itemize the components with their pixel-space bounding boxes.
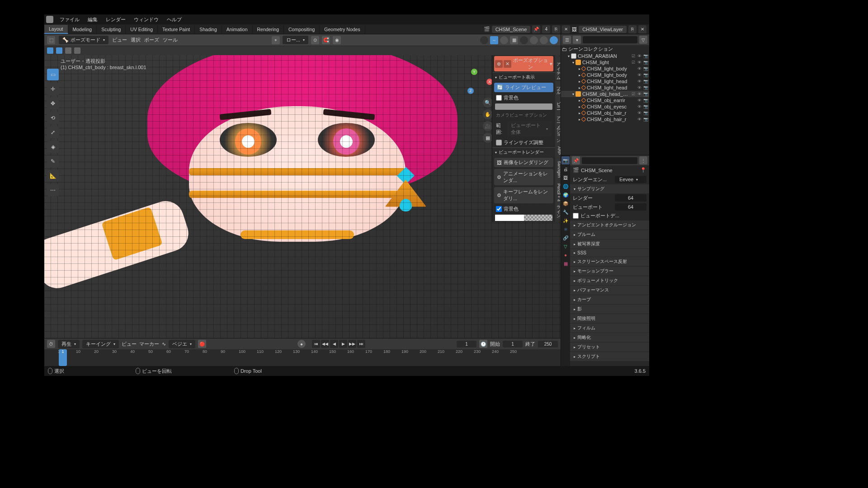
tool-cursor[interactable]: ✛: [47, 83, 59, 95]
new-scene-icon[interactable]: ⎘: [552, 25, 560, 33]
outliner-search[interactable]: [583, 36, 637, 43]
viewport-3d[interactable]: ユーザー・透視投影 (1) CHSM_ctrl_body : breast_sk…: [44, 55, 561, 338]
delete-viewlayer-icon[interactable]: ✕: [638, 25, 646, 33]
ptab-data[interactable]: ▽: [561, 242, 570, 250]
ntab-sanzigen[interactable]: Sanzigen: [555, 158, 561, 181]
ptab-particle[interactable]: ✨: [561, 216, 570, 225]
menu-window[interactable]: ウィンドウ: [130, 15, 162, 24]
ntab-pencil[interactable]: Pencil + 4 ライン: [555, 181, 561, 219]
props-section[interactable]: スクリーンスペース反射: [570, 257, 649, 266]
range-dropdown[interactable]: ビューポート全体: [507, 121, 552, 136]
ptab-render[interactable]: 📷: [561, 156, 570, 164]
panel-viewport-render[interactable]: ビューポートレンダー: [492, 147, 555, 157]
tab-compositing[interactable]: Compositing: [284, 25, 320, 33]
editor-type-icon[interactable]: ⬚: [47, 36, 55, 44]
props-section[interactable]: 影: [570, 305, 649, 314]
render-samples-field[interactable]: 64: [615, 194, 646, 202]
timeline-ruler[interactable]: 1 11020304050607080901001101201301401501…: [44, 349, 561, 366]
clock-icon[interactable]: 🕐: [479, 340, 487, 348]
outliner-row[interactable]: ▸CHSM_obj_hair_r👁📷: [561, 110, 649, 116]
tl-view[interactable]: ビュー: [122, 341, 137, 347]
select-extra-chip[interactable]: [74, 47, 80, 54]
ntab-tool[interactable]: ツール: [555, 81, 561, 95]
outliner-editor-icon[interactable]: ☰: [563, 36, 571, 44]
outliner-filter-icon[interactable]: ▽: [639, 36, 647, 44]
outliner-row[interactable]: ▸CHSM_obj_eyesc👁📷: [561, 103, 649, 110]
props-section[interactable]: ブルーム: [570, 230, 649, 239]
tab-geonodes[interactable]: Geometry Nodes: [320, 25, 365, 33]
bgcolor-checkbox[interactable]: [496, 95, 502, 101]
outliner-row[interactable]: ▸CHSM_light_head👁📷: [561, 78, 649, 84]
props-section[interactable]: プリセット: [570, 343, 649, 352]
render-keyframe-button[interactable]: ⚙キーフレームをレンダリ...: [494, 187, 553, 203]
ntab-arp[interactable]: ARP: [555, 144, 561, 158]
tab-modeling[interactable]: Modeling: [68, 25, 97, 33]
tool-extra[interactable]: ⋯: [47, 184, 59, 196]
tl-marker[interactable]: マーカー: [139, 341, 159, 347]
outliner-row[interactable]: ▸CHSM_light_body👁📷: [561, 66, 649, 72]
props-section[interactable]: SSS: [570, 249, 649, 257]
select-circle-chip[interactable]: [65, 47, 71, 54]
props-section[interactable]: ボリューメトリック: [570, 276, 649, 285]
panel-viewport-display[interactable]: ビューポート表示: [492, 72, 555, 82]
axis-y-icon[interactable]: Y: [471, 69, 477, 75]
pin-icon[interactable]: 📌: [532, 25, 540, 33]
tab-texpaint[interactable]: Texture Paint: [158, 25, 195, 33]
ptab-object[interactable]: 📦: [561, 199, 570, 207]
tl-playback[interactable]: 再生: [58, 340, 80, 348]
outliner-row[interactable]: ▾CHSM_obj_head_acs☑👁📷: [561, 91, 649, 97]
tool-rotate[interactable]: ⟲: [47, 112, 59, 124]
outliner-root[interactable]: 🗀 シーンコレクション: [561, 45, 649, 53]
autokey-icon[interactable]: 🔴: [198, 340, 206, 348]
play-rev-icon[interactable]: ◀: [330, 340, 338, 348]
snap-icon[interactable]: 🧲: [322, 36, 330, 44]
tool-move[interactable]: ✥: [47, 98, 59, 109]
tab-sculpting[interactable]: Sculpting: [97, 25, 126, 33]
play-icon[interactable]: ▶: [339, 340, 347, 348]
props-section[interactable]: 被写界深度: [570, 239, 649, 249]
tab-layout[interactable]: Layout: [44, 25, 68, 34]
menu-help[interactable]: ヘルプ: [163, 15, 185, 24]
viewport-denoise-checkbox[interactable]: [573, 213, 579, 219]
menu-edit[interactable]: 編集: [84, 15, 101, 24]
bgcolor2-checkbox[interactable]: [496, 206, 502, 212]
props-section[interactable]: フィルム: [570, 324, 649, 333]
vh-menu-tool[interactable]: ツール: [163, 37, 178, 43]
vh-menu-select[interactable]: 選択: [131, 37, 141, 43]
visibility-toggle-icon[interactable]: [480, 36, 488, 44]
ptab-viewlayer[interactable]: 🖼: [561, 174, 570, 182]
props-section[interactable]: 簡略化: [570, 333, 649, 342]
xray-icon[interactable]: ▦: [510, 36, 518, 44]
pose-options-pill[interactable]: ⊕ ✕ ポーズオプション▾: [494, 56, 553, 71]
outliner-display-icon[interactable]: ▾: [573, 36, 581, 44]
perspective-icon[interactable]: ▦: [483, 133, 493, 143]
pan-icon[interactable]: ✋: [483, 109, 493, 119]
bgcolor2-swatch[interactable]: [495, 215, 552, 221]
ptab-material[interactable]: ●: [561, 251, 570, 259]
scene-count[interactable]: 4: [542, 25, 550, 33]
tool-select-box[interactable]: ▭: [47, 69, 59, 80]
orientation-icon[interactable]: ⌖: [272, 36, 280, 44]
ptab-scene[interactable]: 🌐: [561, 182, 570, 190]
bgcolor-swatch[interactable]: [495, 103, 552, 110]
props-scene-name[interactable]: CHSM_Scene: [581, 168, 613, 173]
props-section[interactable]: スクリプト: [570, 352, 649, 361]
props-search[interactable]: [582, 157, 637, 164]
jump-end-icon[interactable]: ⏭: [357, 340, 365, 348]
overlay-toggle-icon[interactable]: [500, 36, 508, 44]
next-key-icon[interactable]: ▶▶: [348, 340, 356, 348]
ntab-item[interactable]: アイテム: [555, 57, 561, 80]
props-section[interactable]: パフォーマンス: [570, 286, 649, 295]
prev-key-icon[interactable]: ◀◀: [321, 340, 329, 348]
ptab-texture[interactable]: ▦: [561, 259, 570, 267]
outliner-row[interactable]: ▾CHSM_light☑👁📷: [561, 59, 649, 66]
ptab-modifier[interactable]: 🔧: [561, 208, 570, 216]
proportional-icon[interactable]: ◉: [333, 36, 341, 44]
props-pin-icon[interactable]: 📌: [572, 156, 580, 164]
delete-scene-icon[interactable]: ✕: [562, 25, 570, 33]
props-section[interactable]: モーションブラー: [570, 267, 649, 276]
line-preview-button[interactable]: 🔄ライン プレビュー: [494, 83, 553, 92]
orientation-dropdown[interactable]: ロー...: [283, 36, 308, 44]
camera-view-icon[interactable]: 🎥: [483, 121, 493, 131]
end-frame-field[interactable]: 250: [538, 341, 558, 347]
